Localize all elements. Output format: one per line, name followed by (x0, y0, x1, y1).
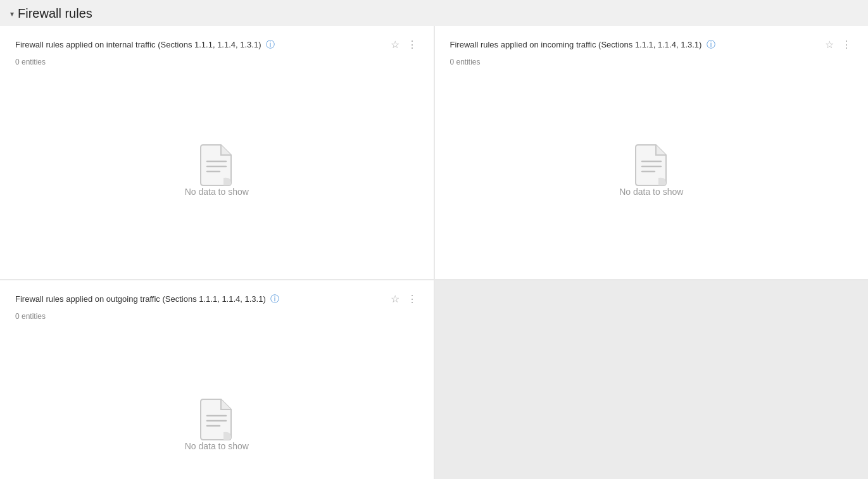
chevron-icon[interactable]: ▾ (10, 9, 14, 18)
page-title: Firewall rules (18, 6, 92, 21)
panel-internal-no-data-text: No data to show (185, 187, 249, 197)
panel-outgoing-body: No data to show (15, 328, 418, 479)
panel-internal-bookmark-button[interactable]: ☆ (389, 39, 401, 51)
panel-incoming-body: No data to show (450, 74, 853, 266)
page-header: ▾ Firewall rules (0, 0, 868, 26)
panel-outgoing-no-data-text: No data to show (185, 441, 249, 451)
panel-internal-header: Firewall rules applied on internal traff… (15, 39, 418, 51)
panel-internal-title: Firewall rules applied on internal traff… (15, 39, 389, 51)
panel-outgoing: Firewall rules applied on outgoing traff… (0, 280, 434, 479)
panel-outgoing-info-icon[interactable]: ⓘ (270, 294, 279, 304)
panel-incoming-bookmark-button[interactable]: ☆ (824, 39, 835, 51)
panel-incoming-entities: 0 entities (450, 58, 853, 66)
panel-internal-entities: 0 entities (15, 58, 418, 66)
panel-incoming-actions: ☆ ⋮ (824, 39, 853, 51)
panel-outgoing-entities: 0 entities (15, 312, 418, 321)
panel-outgoing-more-button[interactable]: ⋮ (406, 293, 418, 306)
panel-outgoing-title: Firewall rules applied on outgoing traff… (15, 293, 389, 306)
panel-internal-actions: ☆ ⋮ (389, 39, 418, 51)
panel-incoming-info-icon[interactable]: ⓘ (707, 39, 715, 49)
panel-incoming-no-data-text: No data to show (619, 187, 683, 197)
panel-incoming-header: Firewall rules applied on incoming traff… (450, 39, 853, 51)
panel-incoming: Firewall rules applied on incoming traff… (435, 26, 869, 279)
panels-grid: Firewall rules applied on internal traff… (0, 26, 868, 479)
panel-internal-no-data-icon (198, 144, 235, 187)
panel-internal-more-button[interactable]: ⋮ (406, 39, 418, 51)
panel-outgoing-bookmark-button[interactable]: ☆ (389, 293, 401, 306)
panel-incoming-more-button[interactable]: ⋮ (840, 39, 853, 51)
panel-outgoing-header: Firewall rules applied on outgoing traff… (15, 293, 418, 306)
panel-outgoing-no-data-icon (198, 398, 235, 441)
panel-outgoing-actions: ☆ ⋮ (389, 293, 418, 306)
panel-incoming-title: Firewall rules applied on incoming traff… (450, 39, 824, 51)
panel-empty (435, 280, 869, 479)
panel-internal-info-icon[interactable]: ⓘ (266, 39, 275, 49)
panel-internal: Firewall rules applied on internal traff… (0, 26, 434, 279)
panel-internal-body: No data to show (15, 74, 418, 266)
panel-incoming-no-data-icon (633, 144, 670, 187)
